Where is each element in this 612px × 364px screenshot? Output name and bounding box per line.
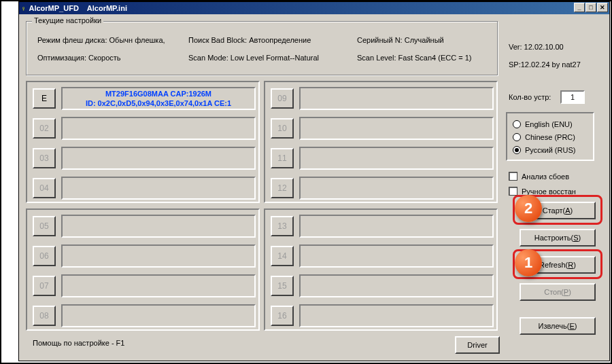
current-settings-group: Текущие настройки Режим флеш диска: Обыч… <box>26 21 498 75</box>
app-window: ♀ AlcorMP_UFD AlcorMP.ini _ □ ✕ Текущие … <box>18 1 610 361</box>
slot-button-15[interactable]: 15 <box>271 276 294 296</box>
slot-info-03 <box>61 147 256 170</box>
slot-info-09 <box>299 87 494 110</box>
slot-06: 06 <box>33 243 256 269</box>
eject-button[interactable]: Извлечь(E) <box>520 317 596 335</box>
slot-info-02 <box>61 117 256 140</box>
serial: Серийный N: Случайный <box>357 31 473 49</box>
checkbox-icon <box>509 187 517 196</box>
callout-badge-2: 2 <box>515 195 542 222</box>
slot-info-16 <box>299 304 494 327</box>
app-icon: ♀ <box>21 5 27 12</box>
slot-button-12[interactable]: 12 <box>271 178 294 198</box>
setup-button[interactable]: Настроить(S) <box>520 229 596 247</box>
servicepack-label: SP:12.02.24 by nat27 <box>509 60 581 69</box>
maximize-button[interactable]: □ <box>585 3 596 12</box>
slot-info-10 <box>299 117 494 140</box>
title-bar: ♀ AlcorMP_UFD AlcorMP.ini _ □ ✕ <box>19 2 609 14</box>
lang-ru-row[interactable]: Русский (RUS) <box>513 143 588 156</box>
slot-03: 03 <box>33 145 256 171</box>
slot-05: 05 <box>33 213 256 239</box>
slot-panel-1: E MT29F16G08MAA CAP:1926M ID: 0x2C,0xD5,… <box>26 81 260 203</box>
driver-button[interactable]: Driver <box>455 336 500 354</box>
scan-mode: Scan Mode: Low Level Format--Natural <box>188 49 357 67</box>
scan-level: Scan Level: Fast Scan4 (ECC = 1) <box>357 49 473 67</box>
slot-16: 16 <box>271 303 494 329</box>
minimize-button[interactable]: _ <box>574 3 585 12</box>
lang-en-row[interactable]: English (ENU) <box>513 117 588 130</box>
slot-info-11 <box>299 147 494 170</box>
slot-button-05[interactable]: 05 <box>33 216 56 236</box>
checkbox-icon <box>509 172 517 181</box>
slot-button-10[interactable]: 10 <box>271 118 294 139</box>
slot-info-08 <box>61 304 256 327</box>
slot-button-09[interactable]: 09 <box>271 88 294 109</box>
callout-badge-1: 1 <box>515 249 542 276</box>
title-app: AlcorMP_UFD <box>29 4 79 12</box>
slot-button-06[interactable]: 06 <box>33 246 56 266</box>
slot-04: 04 <box>33 175 256 201</box>
slot-button-11[interactable]: 11 <box>271 148 294 168</box>
lang-cn-row[interactable]: Chinese (PRC) <box>513 130 588 143</box>
slot-button-08[interactable]: 08 <box>33 306 56 326</box>
slot-button-14[interactable]: 14 <box>271 246 294 266</box>
slot-button-16[interactable]: 16 <box>271 306 294 326</box>
slot-09: 09 <box>271 86 494 111</box>
slot-info-07 <box>61 274 256 297</box>
radio-icon <box>513 120 521 128</box>
optimization: Оптимизация: Скорость <box>37 49 188 67</box>
crash-analysis-check[interactable]: Анализ сбоев <box>509 172 569 181</box>
slot-button-01[interactable]: E <box>33 88 56 109</box>
slot-02: 02 <box>33 115 256 141</box>
version-label: Ver: 12.02.10.00 <box>509 43 564 51</box>
badblock: Поиск Bad Block: Автоопределение <box>188 31 357 49</box>
stop-button[interactable]: Стоп(P) <box>520 283 596 301</box>
flash-mode: Режим флеш диска: Обычн флешка, <box>37 31 188 49</box>
slot-info-13 <box>299 215 494 238</box>
device-count-value: 1 <box>560 90 585 104</box>
slot-button-07[interactable]: 07 <box>33 276 56 296</box>
slot-07: 07 <box>33 273 256 299</box>
close-button[interactable]: ✕ <box>597 3 608 12</box>
slot-info-12 <box>299 177 494 200</box>
slot-14: 14 <box>271 243 494 269</box>
slot-13: 13 <box>271 213 494 239</box>
settings-legend: Текущие настройки <box>32 16 103 24</box>
slot-button-03[interactable]: 03 <box>33 148 56 168</box>
title-file: AlcorMP.ini <box>87 4 127 12</box>
slot-panel-4: 13 14 15 16 <box>264 208 498 331</box>
slot-12: 12 <box>271 175 494 201</box>
slot-panel-3: 05 06 07 08 <box>26 208 260 331</box>
slot-10: 10 <box>271 115 494 141</box>
radio-icon <box>513 146 521 154</box>
slot-button-13[interactable]: 13 <box>271 216 294 236</box>
manual-recover-check[interactable]: Ручное восстан <box>509 187 576 196</box>
slot-button-02[interactable]: 02 <box>33 118 56 139</box>
slot-01: E MT29F16G08MAA CAP:1926M ID: 0x2C,0xD5,… <box>33 86 256 111</box>
radio-icon <box>513 133 521 141</box>
slot-info-04 <box>61 177 256 200</box>
slot-11: 11 <box>271 145 494 171</box>
slot-info-05 <box>61 215 256 238</box>
help-hint: Помощь по настройке - F1 <box>33 339 124 347</box>
slot-info-01: MT29F16G08MAA CAP:1926M ID: 0x2C,0xD5,0x… <box>61 87 256 110</box>
client-area: Текущие настройки Режим флеш диска: Обыч… <box>19 14 609 361</box>
slot-info-15 <box>299 274 494 297</box>
slot-15: 15 <box>271 273 494 299</box>
slot-info-06 <box>61 244 256 268</box>
slot-info-14 <box>299 244 494 268</box>
slot-button-04[interactable]: 04 <box>33 178 56 198</box>
slot-08: 08 <box>33 303 256 329</box>
slot-panel-2: 09 10 11 12 <box>264 81 498 203</box>
device-count-label: Кол-во устр: <box>509 93 551 101</box>
language-group: English (ENU) Chinese (PRC) Русский (RUS… <box>506 112 594 161</box>
